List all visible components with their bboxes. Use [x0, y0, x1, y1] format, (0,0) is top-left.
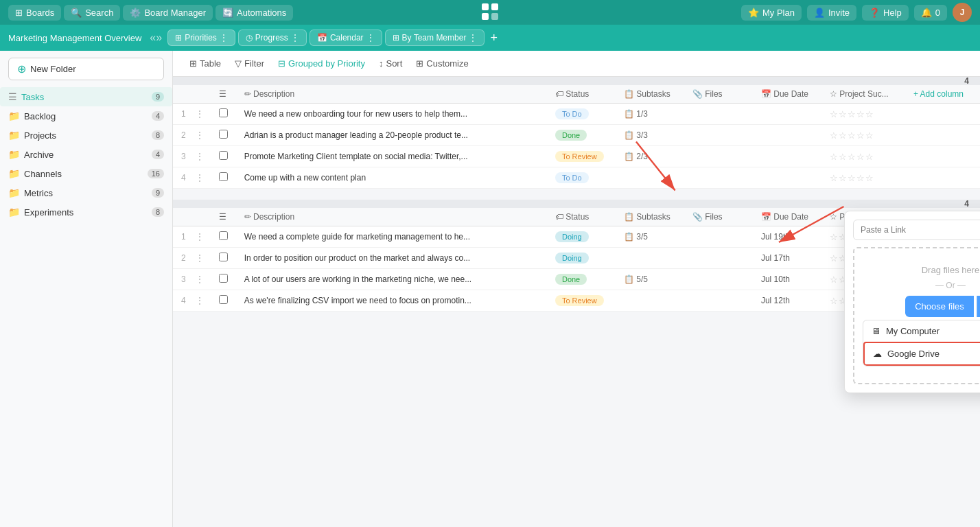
sidebar-item-metrics[interactable]: 📁 Metrics 9	[0, 183, 172, 202]
invite-button[interactable]: 👤 Invite	[807, 5, 856, 21]
my-plan-button[interactable]: ⭐ My Plan	[741, 5, 802, 21]
logo	[480, 2, 500, 23]
tab-calendar[interactable]: 📅 Calendar ⋮	[310, 30, 382, 46]
tab-calendar-label: Calendar	[330, 33, 364, 43]
help-button[interactable]: ❓ Help	[862, 5, 909, 21]
add-column-header[interactable]: + Add column	[897, 85, 980, 104]
row-projsuc: ☆☆☆☆☆	[821, 125, 897, 146]
paste-link-input[interactable]	[853, 220, 980, 240]
row-menu[interactable]: ⋮	[194, 269, 211, 290]
col-num2	[173, 208, 194, 226]
collapse-button[interactable]: «»	[147, 32, 165, 44]
choose-files-button[interactable]: Choose files	[905, 296, 974, 317]
col-subtasks-header2: 📋 Subtasks	[616, 208, 684, 226]
automations-button[interactable]: 🔄 Automations	[215, 5, 293, 21]
plan-icon: ⭐	[748, 8, 759, 18]
board-title: Marketing Management Overview	[8, 33, 141, 43]
my-plan-label: My Plan	[762, 8, 795, 18]
row-files[interactable]	[684, 104, 753, 125]
add-column-label[interactable]: + Add column	[905, 85, 972, 103]
svg-rect-0	[482, 3, 489, 10]
row-menu[interactable]: ⋮	[194, 226, 211, 248]
row-files[interactable]	[684, 146, 753, 167]
row-checkbox[interactable]	[211, 248, 236, 269]
row-files[interactable]	[684, 226, 753, 248]
sidebar-item-projects[interactable]: 📁 Projects 8	[0, 126, 172, 145]
col-menu	[194, 85, 211, 104]
row-duedate: Jul 10th	[753, 269, 821, 290]
add-tab-button[interactable]: +	[487, 31, 500, 45]
group-icon: ⊟	[278, 58, 285, 69]
sidebar-item-backlog[interactable]: 📁 Backlog 4	[0, 106, 172, 126]
tab-progress[interactable]: ◷ Progress ⋮	[238, 30, 307, 46]
files-popup: Drag files here — Or — Choose files ▾ 🖥 …	[844, 211, 980, 393]
customize-button[interactable]: ⊞ Customize	[410, 56, 474, 71]
sidebar-item-channels[interactable]: 📁 Channels 16	[0, 164, 172, 183]
row-number: 4	[173, 290, 194, 312]
tasks-icon: ☰	[8, 91, 17, 102]
sidebar-item-tasks[interactable]: ☰ Tasks 9	[0, 87, 172, 106]
row-addcol	[897, 146, 980, 167]
sidebar-item-archive[interactable]: 📁 Archive 4	[0, 145, 172, 164]
sidebar-item-experiments[interactable]: 📁 Experiments 8	[0, 202, 172, 222]
notifications-count: 0	[935, 8, 940, 18]
row-menu[interactable]: ⋮	[194, 290, 211, 312]
tab-priorities[interactable]: ⊞ Priorities ⋮	[167, 30, 235, 46]
boards-button[interactable]: ⊞ Boards	[8, 5, 61, 21]
row-checkbox[interactable]	[211, 104, 236, 125]
my-computer-option[interactable]: 🖥 My Computer	[863, 320, 980, 342]
row-files[interactable]	[684, 167, 753, 189]
row-files[interactable]	[684, 248, 753, 269]
automations-icon: 🔄	[222, 8, 233, 18]
row-menu[interactable]: ⋮	[194, 104, 211, 125]
row-checkbox[interactable]	[211, 269, 236, 290]
sort-button[interactable]: ↕ Sort	[373, 56, 408, 71]
new-folder-button[interactable]: ⊕ New Folder	[8, 58, 164, 80]
grouped-button[interactable]: ⊟ Grouped by Priority	[272, 56, 371, 71]
sort-icon: ↕	[379, 58, 384, 69]
row-status: To Do	[547, 167, 616, 189]
row-files[interactable]	[684, 269, 753, 290]
backlog-icon: 📁	[8, 110, 20, 121]
row-files[interactable]	[684, 125, 753, 146]
row-description: We need a new onboarding tour for new us…	[236, 104, 547, 125]
row-duedate: Jul 12th	[753, 290, 821, 312]
desc-icon2: ✏	[244, 212, 251, 222]
table-button[interactable]: ⊞ Table	[184, 56, 226, 71]
row-checkbox[interactable]	[211, 125, 236, 146]
tab-by-team-label: By Team Member	[402, 33, 467, 43]
row-checkbox[interactable]	[211, 146, 236, 167]
row-checkbox[interactable]	[211, 290, 236, 312]
row-checkbox[interactable]	[211, 226, 236, 248]
progress-icon: ◷	[246, 33, 253, 43]
filter-label: Filter	[244, 58, 264, 69]
choose-files-row: Choose files ▾	[863, 296, 980, 317]
row-duedate	[753, 146, 821, 167]
row-files[interactable]	[684, 290, 753, 312]
row-menu[interactable]: ⋮	[194, 248, 211, 269]
search-button[interactable]: 🔍 Search	[64, 5, 120, 21]
files-icon2: 📎	[692, 212, 703, 222]
google-drive-option[interactable]: ☁ Google Drive	[863, 342, 980, 366]
channels-count: 16	[148, 169, 164, 178]
drag-text: Drag files here	[863, 265, 980, 275]
table-label: Table	[200, 58, 221, 69]
tasks-label: Tasks	[21, 92, 152, 102]
filter-button[interactable]: ▽ Filter	[229, 56, 270, 71]
board-manager-button[interactable]: ⚙️ Board Manager	[123, 5, 213, 21]
row-number: 1	[173, 226, 194, 248]
row-status: To Review	[547, 146, 616, 167]
row-checkbox[interactable]	[211, 167, 236, 189]
row-menu[interactable]: ⋮	[194, 167, 211, 189]
checkbox-icon: ☰	[219, 89, 226, 99]
user-avatar[interactable]: J	[953, 3, 972, 22]
notifications-button[interactable]: 🔔 0	[914, 5, 947, 21]
subtasks-icon: 📋	[624, 89, 634, 99]
row-menu[interactable]: ⋮	[194, 146, 211, 167]
row-menu[interactable]: ⋮	[194, 125, 211, 146]
calendar-col-icon2: 📅	[761, 212, 771, 222]
row-subtasks: 📋 3/3	[616, 125, 684, 146]
row-subtasks: 📋 3/5	[616, 226, 684, 248]
choose-files-dropdown[interactable]: ▾	[977, 296, 980, 317]
tab-by-team[interactable]: ⊞ By Team Member ⋮	[385, 30, 485, 46]
